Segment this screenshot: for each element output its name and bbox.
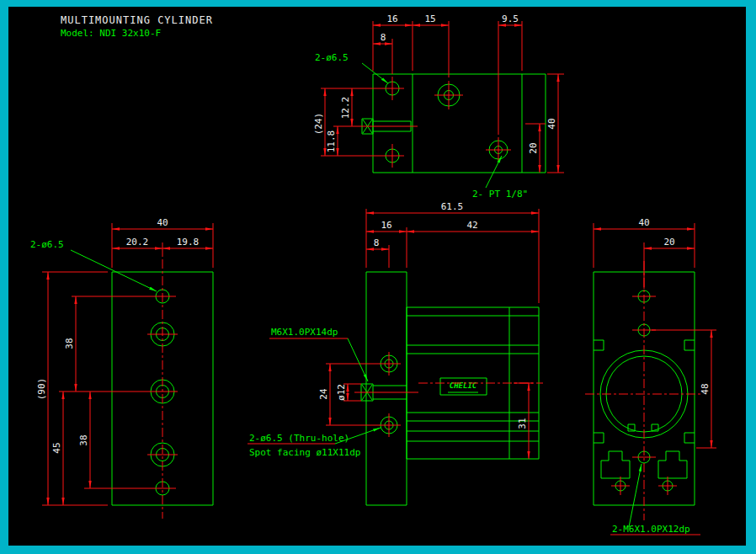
- dim-text-45: 45: [51, 442, 62, 453]
- label-holes: 2-ø6.5: [30, 239, 64, 250]
- label-spot-facing: Spot facing ø11X11dp: [249, 447, 360, 458]
- drawing-title: MULTIMOUNTING CYLINDER: [61, 14, 213, 26]
- dim-text-48: 48: [700, 383, 711, 394]
- dim-text-dia12: ø12: [336, 384, 347, 401]
- dim-text-16: 16: [381, 220, 391, 231]
- dim-text-16: 16: [386, 13, 397, 24]
- cad-window: MULTIMOUNTING CYLINDER Model: NDI 32x10-…: [0, 0, 756, 554]
- dim-text-20: 20: [663, 237, 674, 248]
- dim-text-15: 15: [424, 13, 435, 24]
- dim-text-40: 40: [157, 217, 168, 228]
- dim-text-20-2: 20.2: [126, 237, 149, 248]
- dim-text-61-5: 61.5: [441, 201, 464, 212]
- label-holes: 2-ø6.5: [315, 52, 349, 63]
- dim-text-19-8: 19.8: [177, 237, 200, 248]
- label-port: 2- PT 1/8": [472, 189, 528, 200]
- dim-text-38-upper: 38: [64, 338, 75, 349]
- dim-text-24-ref: (24): [313, 113, 324, 136]
- dim-text-24: 24: [318, 388, 329, 400]
- label-thread: 2-M6X1.0PX12dp: [612, 524, 690, 535]
- dim-text-31: 31: [517, 418, 528, 429]
- dim-text-9-5: 9.5: [502, 13, 519, 24]
- dim-text-12-2: 12.2: [340, 97, 351, 120]
- dim-text-90-ref: (90): [36, 378, 47, 401]
- dim-text-40: 40: [638, 217, 649, 228]
- label-thru-hole: 2-ø6.5 (Thru-hole): [249, 433, 349, 444]
- drawing-area: [8, 7, 746, 546]
- dim-text-38-lower: 38: [78, 434, 89, 445]
- drawing-viewport[interactable]: MULTIMOUNTING CYLINDER Model: NDI 32x10-…: [0, 0, 756, 554]
- model-label: Model: NDI 32x10-F: [61, 28, 161, 39]
- drawing-svg: MULTIMOUNTING CYLINDER Model: NDI 32x10-…: [0, 0, 756, 554]
- dim-text-8: 8: [381, 32, 386, 43]
- dim-text-11-8: 11.8: [326, 131, 337, 153]
- frame: [0, 0, 756, 554]
- label-thread: M6X1.0PX14dp: [271, 327, 338, 338]
- dim-text-20: 20: [528, 142, 539, 153]
- dim-text-42: 42: [466, 220, 477, 231]
- dim-text-8: 8: [374, 237, 380, 248]
- dim-text-40: 40: [546, 118, 557, 129]
